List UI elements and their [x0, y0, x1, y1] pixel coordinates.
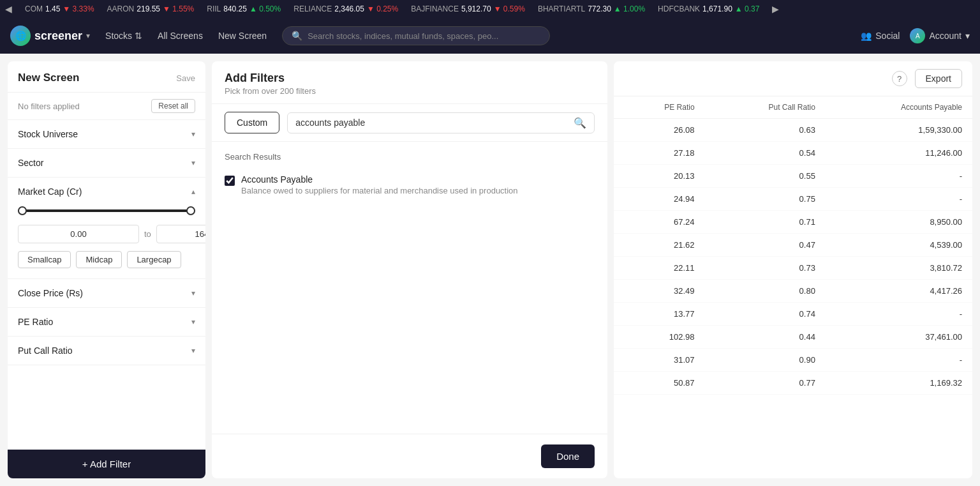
ticker-item: COM 1.45 ▼ 3.33%	[25, 4, 94, 13]
done-button-area: Done	[212, 434, 607, 478]
accounts_payable-cell: -	[826, 188, 972, 211]
help-button[interactable]: ?	[892, 71, 907, 86]
ticker-item: RELIANCE 2,346.05 ▼ 0.25%	[293, 4, 398, 13]
accounts-payable-checkbox[interactable]	[225, 176, 235, 186]
accounts_payable-cell: 4,539.00	[826, 234, 972, 257]
range-min-input[interactable]	[18, 225, 139, 243]
middle-panel: Add Filters Pick from over 200 filters C…	[212, 61, 607, 478]
filter-search-input[interactable]	[295, 118, 568, 128]
put_call_ratio-cell: 0.44	[705, 326, 826, 349]
search-input[interactable]	[308, 31, 540, 41]
accounts_payable-cell: -	[826, 165, 972, 188]
slider-thumb-right[interactable]	[186, 206, 195, 215]
reset-all-button[interactable]: Reset all	[151, 99, 195, 113]
add-filter-button[interactable]: + Add Filter	[8, 450, 205, 478]
pe_ratio-cell: 20.13	[614, 165, 705, 188]
filter-controls: Custom 🔍	[212, 104, 607, 142]
filter-search-wrapper[interactable]: 🔍	[287, 112, 595, 133]
right-panel-header: ? Export	[614, 61, 972, 96]
pe_ratio-cell: 21.62	[614, 234, 705, 257]
account-button[interactable]: A Account ▾	[910, 28, 970, 43]
smallcap-button[interactable]: Smallcap	[18, 251, 71, 268]
midcap-button[interactable]: Midcap	[76, 251, 122, 268]
accounts_payable-cell: 1,169.32	[826, 372, 972, 395]
chevron-down-icon: ▾	[191, 158, 195, 167]
ticker-right-arrow[interactable]: ▶	[772, 4, 779, 14]
social-button[interactable]: 👥 Social	[861, 31, 900, 41]
table-row: 102.980.4437,461.00	[614, 326, 972, 349]
pe_ratio-cell: 32.49	[614, 280, 705, 303]
screen-title: New Screen	[18, 72, 79, 84]
result-item: Accounts Payable Balance owed to supplie…	[225, 169, 595, 201]
pe-ratio-header[interactable]: PE Ratio	[614, 96, 705, 119]
new-screen-link[interactable]: New Screen	[218, 31, 267, 41]
custom-button[interactable]: Custom	[225, 112, 279, 133]
chevron-down-icon: ▾	[191, 289, 195, 298]
done-button[interactable]: Done	[541, 444, 595, 468]
chevron-down-icon: ▾	[191, 130, 195, 139]
all-screens-link[interactable]: All Screens	[158, 31, 203, 41]
put_call_ratio-cell: 0.47	[705, 234, 826, 257]
slider-track	[18, 209, 195, 212]
table-row: 31.070.90-	[614, 349, 972, 372]
save-button[interactable]: Save	[176, 73, 195, 83]
export-button[interactable]: Export	[915, 69, 962, 88]
market-cap-filter: Market Cap (Cr) ▴ to Smallcap Midcap Lar…	[8, 178, 205, 279]
data-table: PE Ratio Put Call Ratio Accounts Payable…	[614, 96, 972, 395]
market-cap-slider[interactable]	[18, 204, 195, 217]
accounts_payable-cell: 1,59,330.00	[826, 119, 972, 142]
put_call_ratio-cell: 0.71	[705, 211, 826, 234]
close-price-filter[interactable]: Close Price (Rs) ▾	[8, 279, 205, 308]
pe_ratio-cell: 26.08	[614, 119, 705, 142]
put-call-ratio-filter[interactable]: Put Call Ratio ▾	[8, 337, 205, 365]
stock-universe-filter[interactable]: Stock Universe ▾	[8, 120, 205, 149]
put-call-ratio-label: Put Call Ratio	[18, 346, 73, 356]
result-info: Accounts Payable Balance owed to supplie…	[241, 174, 518, 195]
range-to-label: to	[144, 229, 151, 239]
global-search[interactable]: 🔍	[282, 26, 550, 45]
social-label: Social	[875, 31, 900, 41]
range-inputs: to	[18, 225, 195, 243]
close-price-label: Close Price (Rs)	[18, 288, 83, 298]
sector-filter[interactable]: Sector ▾	[8, 149, 205, 178]
table-row: 22.110.733,810.72	[614, 257, 972, 280]
no-filters-text: No filters applied	[18, 102, 80, 111]
main-content: New Screen Save No filters applied Reset…	[0, 54, 980, 486]
sector-label: Sector	[18, 158, 43, 168]
nav-right: 👥 Social A Account ▾	[861, 28, 970, 43]
put_call_ratio-cell: 0.75	[705, 188, 826, 211]
table-row: 21.620.474,539.00	[614, 234, 972, 257]
chevron-down-icon: ▾	[191, 317, 195, 326]
filter-search-icon: 🔍	[574, 117, 586, 129]
stocks-link[interactable]: Stocks ⇅	[105, 31, 142, 41]
table-row: 24.940.75-	[614, 188, 972, 211]
ticker-item: BAJFINANCE 5,912.70 ▼ 0.59%	[411, 4, 525, 13]
accounts_payable-cell: 4,417.26	[826, 280, 972, 303]
put_call_ratio-cell: 0.80	[705, 280, 826, 303]
logo[interactable]: 🌐 screener ▾	[10, 26, 90, 46]
slider-thumb-left[interactable]	[18, 206, 27, 215]
ticker-left-arrow[interactable]: ◀	[5, 4, 12, 14]
pe-ratio-filter[interactable]: PE Ratio ▾	[8, 308, 205, 337]
filter-status: No filters applied Reset all	[8, 93, 205, 120]
accounts-payable-header[interactable]: Accounts Payable	[826, 96, 972, 119]
data-table-scroll[interactable]: PE Ratio Put Call Ratio Accounts Payable…	[614, 96, 972, 478]
range-max-input[interactable]	[156, 225, 205, 243]
logo-icon: 🌐	[10, 26, 31, 46]
largecap-button[interactable]: Largecap	[127, 251, 181, 268]
left-panel-header: New Screen Save	[8, 61, 205, 93]
search-results-label: Search Results	[225, 152, 595, 162]
add-filters-title: Add Filters	[225, 72, 595, 85]
put-call-ratio-header[interactable]: Put Call Ratio	[705, 96, 826, 119]
result-name: Accounts Payable	[241, 174, 518, 185]
chevron-up-icon: ▴	[191, 187, 195, 196]
table-row: 13.770.74-	[614, 303, 972, 326]
accounts_payable-cell: 3,810.72	[826, 257, 972, 280]
navbar: 🌐 screener ▾ Stocks ⇅ All Screens New Sc…	[0, 18, 980, 54]
result-description: Balance owed to suppliers for material a…	[241, 186, 518, 195]
market-cap-header[interactable]: Market Cap (Cr) ▴	[18, 186, 195, 197]
account-label: Account	[929, 31, 961, 41]
put_call_ratio-cell: 0.77	[705, 372, 826, 395]
accounts_payable-cell: 37,461.00	[826, 326, 972, 349]
ticker-item: AARON 219.55 ▼ 1.55%	[107, 4, 195, 13]
